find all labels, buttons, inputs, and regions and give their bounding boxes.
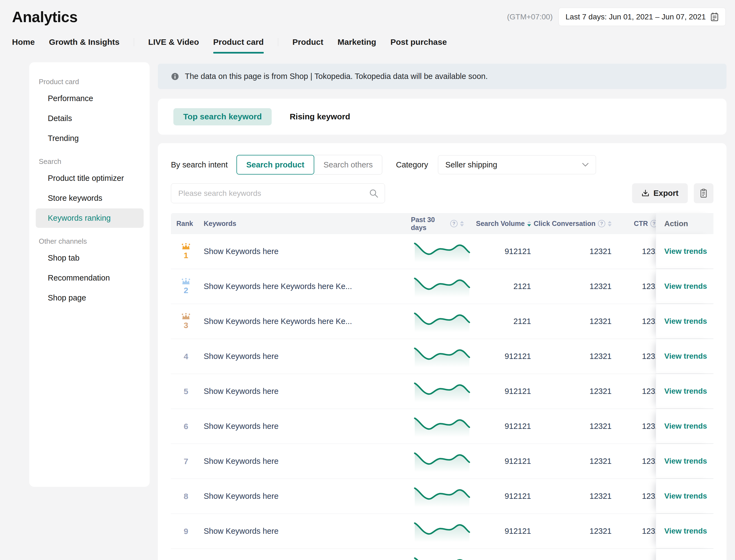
sidebar: Product card Performance Details Trendin… [29,62,150,487]
sidebar-item-performance[interactable]: Performance [36,89,144,108]
table-header-row: Rank Keywords Past 30 days Search Volume [171,213,713,234]
view-trends-link[interactable]: View trends [664,317,707,326]
click-conversation-value: 12321 [531,282,612,291]
trend-cell [411,483,474,509]
rank-number: 9 [184,527,188,536]
trend-cell [411,343,474,369]
action-cell [656,549,713,560]
timezone-label: (GTM+07:00) [507,13,553,21]
click-conversation-value: 12321 [531,492,612,501]
action-cell: View trends [656,269,713,304]
nav-item-growth-insights[interactable]: Growth & Insights [49,36,119,48]
search-others-button[interactable]: Search others [314,155,382,175]
trend-sparkline [413,483,471,509]
crown-icon [181,313,191,320]
view-trends-link[interactable]: View trends [664,422,707,431]
view-trends-link[interactable]: View trends [664,387,707,396]
category-select[interactable]: Seller shipping [438,155,596,174]
export-label: Export [653,189,678,198]
view-trends-link[interactable]: View trends [664,492,707,500]
ctr-label: CTR [634,220,648,228]
sidebar-item-product-title-optimizer[interactable]: Product title optimizer [36,169,144,188]
sidebar-item-details[interactable]: Details [36,109,144,128]
trend-sparkline [413,413,471,439]
column-header-search-volume[interactable]: Search Volume [474,220,531,228]
nav-item-live-video[interactable]: LIVE & Video [148,36,199,48]
table-row: 1 Show Keywords here 912121 [171,234,713,269]
table-row: 6 Show Keywords here 912121 [171,409,713,444]
search-intent-segmented: Search product Search others [237,155,382,175]
report-list-button[interactable] [694,183,713,203]
sidebar-item-shop-tab[interactable]: Shop tab [36,248,144,268]
nav-item-post-purchase[interactable]: Post purchase [390,36,447,48]
filter-row: By search intent Search product Search o… [171,155,713,175]
sort-icon[interactable] [460,221,464,226]
trend-sparkline [413,343,471,369]
keyword-text: Show Keywords here [197,247,411,256]
trend-cell [411,448,474,474]
rank-number: 3 [184,321,188,330]
click-conversation-value: 12321 [531,387,612,396]
main-nav: Home Growth & Insights LIVE & Video Prod… [12,36,735,48]
keyword-text: Show Keywords here [197,492,411,501]
sidebar-item-keywords-ranking[interactable]: Keywords ranking [36,208,144,228]
click-conversation-value: 12321 [531,457,612,466]
sidebar-item-store-keywords[interactable]: Store keywords [36,188,144,208]
layout: Product card Performance Details Trendin… [0,62,735,560]
trend-sparkline [413,448,471,474]
info-icon [171,73,179,80]
help-icon[interactable] [598,220,605,227]
clipboard-icon [699,189,708,198]
nav-item-product[interactable]: Product [293,36,323,48]
search-product-button[interactable]: Search product [237,155,314,175]
keyword-search-input[interactable] [171,183,385,203]
rank-badge: 8 [171,492,197,501]
table-row: 8 Show Keywords here 912121 [171,479,713,514]
keyword-text: Show Keywords here [197,422,411,431]
view-trends-link[interactable]: View trends [664,352,707,361]
export-button[interactable]: Export [632,183,688,203]
nav-divider [278,38,278,46]
table-row [171,549,713,560]
tab-top-search-keyword[interactable]: Top search keyword [173,108,272,125]
analytics-page: Analytics (GTM+07:00) Last 7 days: Jun 0… [0,0,735,560]
sort-icon[interactable] [608,221,612,226]
sidebar-item-shop-page[interactable]: Shop page [36,288,144,308]
search-volume-value: 912121 [474,352,531,361]
view-trends-link[interactable]: View trends [664,282,707,291]
column-header-past-30-days[interactable]: Past 30 days [411,216,474,232]
sidebar-item-trending[interactable]: Trending [36,129,144,148]
keywords-ranking-card: By search intent Search product Search o… [158,143,727,560]
table-row: 4 Show Keywords here 912121 [171,339,713,374]
search-volume-value: 2121 [474,317,531,326]
trend-sparkline [413,308,471,334]
click-conversation-label: Click Conversation [534,220,595,228]
click-conversation-value: 12321 [531,317,612,326]
nav-item-product-card[interactable]: Product card [213,36,264,48]
rank-number: 7 [184,457,188,466]
keyword-tabs-card: Top search keyword Rising keyword [158,99,727,135]
view-trends-link[interactable]: View trends [664,527,707,535]
banner-text: The data on this page is from Shop | Tok… [185,72,488,81]
click-conversation-value: 12321 [531,352,612,361]
column-header-rank: Rank [171,220,197,228]
search-icon[interactable] [369,189,378,198]
view-trends-link[interactable]: View trends [664,457,707,465]
rank-badge: 1 [171,243,197,260]
tab-rising-keyword[interactable]: Rising keyword [280,108,360,125]
help-icon[interactable] [450,220,457,227]
download-icon [641,189,650,198]
trend-cell [411,273,474,299]
nav-item-home[interactable]: Home [12,36,35,48]
search-row: Export [171,183,713,203]
action-cell: View trends [656,409,713,444]
date-range-picker[interactable]: Last 7 days: Jun 01, 2021 – Jun 07, 2021 [559,8,726,26]
sidebar-item-recommendation[interactable]: Recommendation [36,268,144,288]
sort-icon-active-desc[interactable] [527,221,531,226]
column-header-click-conversation[interactable]: Click Conversation [531,220,612,228]
view-trends-link[interactable]: View trends [664,247,707,256]
rank-number: 5 [184,387,188,396]
trend-cell [411,308,474,334]
table-row: 2 Show Keywords here Keywords here Ke... [171,269,713,304]
nav-item-marketing[interactable]: Marketing [338,36,376,48]
